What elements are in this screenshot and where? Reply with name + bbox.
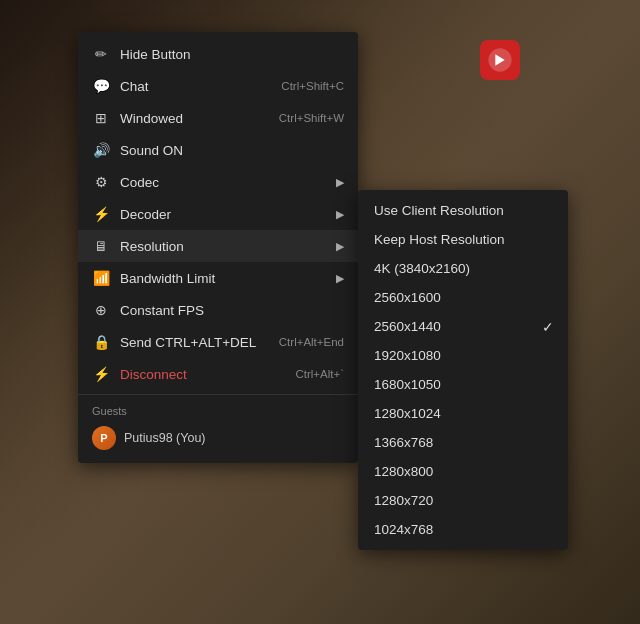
sound-on-label: Sound ON xyxy=(120,143,344,158)
submenu-item-1280x800[interactable]: 1280x800 xyxy=(358,457,568,486)
windowed-label: Windowed xyxy=(120,111,269,126)
submenu-item-1280x1024[interactable]: 1280x1024 xyxy=(358,399,568,428)
2560x1440-label: 2560x1440 xyxy=(374,319,441,334)
avatar: P xyxy=(92,426,116,450)
resolution-icon: 🖥 xyxy=(92,237,110,255)
lock-icon: 🔒 xyxy=(92,333,110,351)
menu-separator xyxy=(78,394,358,395)
menu-item-constant-fps[interactable]: ⊕ Constant FPS xyxy=(78,294,358,326)
menu-item-resolution[interactable]: 🖥 Resolution ▶ xyxy=(78,230,358,262)
4k-label: 4K (3840x2160) xyxy=(374,261,470,276)
resolution-arrow: ▶ xyxy=(336,240,344,253)
1280x1024-label: 1280x1024 xyxy=(374,406,441,421)
menu-item-chat[interactable]: 💬 Chat Ctrl+Shift+C xyxy=(78,70,358,102)
submenu-item-2560x1440[interactable]: 2560x1440 ✓ xyxy=(358,312,568,341)
1366x768-label: 1366x768 xyxy=(374,435,433,450)
bandwidth-arrow: ▶ xyxy=(336,272,344,285)
codec-label: Codec xyxy=(120,175,322,190)
1024x768-label: 1024x768 xyxy=(374,522,433,537)
1280x800-label: 1280x800 xyxy=(374,464,433,479)
submenu-item-1280x720[interactable]: 1280x720 xyxy=(358,486,568,515)
sound-icon: 🔊 xyxy=(92,141,110,159)
context-menu: ✏ Hide Button 💬 Chat Ctrl+Shift+C ⊞ Wind… xyxy=(78,32,358,463)
menu-item-send-ctrl-alt-del[interactable]: 🔒 Send CTRL+ALT+DEL Ctrl+Alt+End xyxy=(78,326,358,358)
bandwidth-icon: 📶 xyxy=(92,269,110,287)
windowed-icon: ⊞ xyxy=(92,109,110,127)
guests-label: Guests xyxy=(92,405,344,417)
submenu-item-keep-host[interactable]: Keep Host Resolution xyxy=(358,225,568,254)
send-ctrl-alt-del-label: Send CTRL+ALT+DEL xyxy=(120,335,269,350)
bandwidth-label: Bandwidth Limit xyxy=(120,271,322,286)
chat-shortcut: Ctrl+Shift+C xyxy=(281,80,344,92)
guest-name: Putius98 (You) xyxy=(124,431,206,445)
disconnect-icon: ⚡ xyxy=(92,365,110,383)
menu-item-codec[interactable]: ⚙ Codec ▶ xyxy=(78,166,358,198)
codec-arrow: ▶ xyxy=(336,176,344,189)
constant-fps-label: Constant FPS xyxy=(120,303,344,318)
submenu-item-1024x768[interactable]: 1024x768 xyxy=(358,515,568,544)
submenu-item-use-client[interactable]: Use Client Resolution xyxy=(358,196,568,225)
submenu-item-1366x768[interactable]: 1366x768 xyxy=(358,428,568,457)
codec-icon: ⚙ xyxy=(92,173,110,191)
guest-item: P Putius98 (You) xyxy=(92,423,344,453)
pencil-icon: ✏ xyxy=(92,45,110,63)
use-client-label: Use Client Resolution xyxy=(374,203,504,218)
chat-icon: 💬 xyxy=(92,77,110,95)
1680x1050-label: 1680x1050 xyxy=(374,377,441,392)
submenu-item-1680x1050[interactable]: 1680x1050 xyxy=(358,370,568,399)
resolution-submenu: Use Client Resolution Keep Host Resoluti… xyxy=(358,190,568,550)
menu-item-sound-on[interactable]: 🔊 Sound ON xyxy=(78,134,358,166)
check-icon: ✓ xyxy=(542,319,554,335)
disconnect-shortcut: Ctrl+Alt+` xyxy=(295,368,344,380)
decoder-icon: ⚡ xyxy=(92,205,110,223)
menu-item-decoder[interactable]: ⚡ Decoder ▶ xyxy=(78,198,358,230)
guests-section: Guests P Putius98 (You) xyxy=(78,399,358,457)
decoder-arrow: ▶ xyxy=(336,208,344,221)
menu-item-hide-button[interactable]: ✏ Hide Button xyxy=(78,38,358,70)
fps-icon: ⊕ xyxy=(92,301,110,319)
chat-label: Chat xyxy=(120,79,271,94)
decoder-label: Decoder xyxy=(120,207,322,222)
1280x720-label: 1280x720 xyxy=(374,493,433,508)
submenu-item-1920x1080[interactable]: 1920x1080 xyxy=(358,341,568,370)
menu-item-disconnect[interactable]: ⚡ Disconnect Ctrl+Alt+` xyxy=(78,358,358,390)
1920x1080-label: 1920x1080 xyxy=(374,348,441,363)
2560x1600-label: 2560x1600 xyxy=(374,290,441,305)
windowed-shortcut: Ctrl+Shift+W xyxy=(279,112,344,124)
menu-item-bandwidth[interactable]: 📶 Bandwidth Limit ▶ xyxy=(78,262,358,294)
app-icon[interactable] xyxy=(480,40,520,80)
keep-host-label: Keep Host Resolution xyxy=(374,232,505,247)
submenu-item-2560x1600[interactable]: 2560x1600 xyxy=(358,283,568,312)
submenu-item-4k[interactable]: 4K (3840x2160) xyxy=(358,254,568,283)
send-ctrl-alt-del-shortcut: Ctrl+Alt+End xyxy=(279,336,344,348)
disconnect-label: Disconnect xyxy=(120,367,285,382)
menu-item-windowed[interactable]: ⊞ Windowed Ctrl+Shift+W xyxy=(78,102,358,134)
resolution-label: Resolution xyxy=(120,239,322,254)
hide-button-label: Hide Button xyxy=(120,47,344,62)
